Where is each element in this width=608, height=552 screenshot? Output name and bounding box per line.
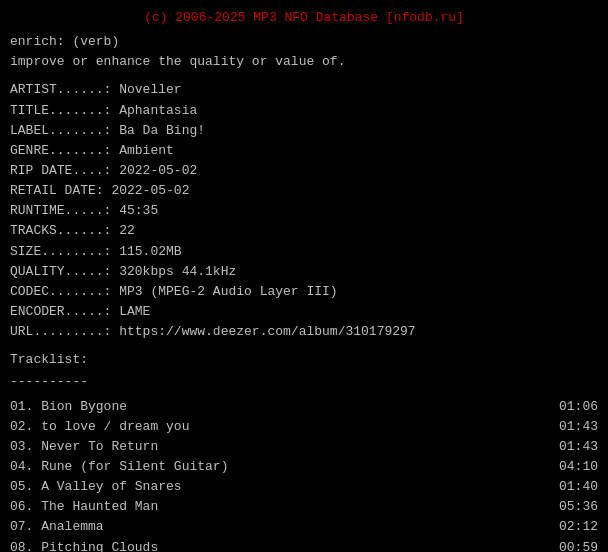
track-duration: 02:12	[558, 517, 598, 537]
header-line: (c) 2006-2025 MP3 NFO Database [nfodb.ru…	[10, 8, 598, 28]
meta-genre: GENRE.......: Ambient	[10, 141, 598, 161]
track-duration: 01:06	[558, 397, 598, 417]
meta-rip-date: RIP DATE....: 2022-05-02	[10, 161, 598, 181]
track-duration: 01:40	[558, 477, 598, 497]
track-duration: 00:59	[558, 538, 598, 552]
tracklist-divider: ----------	[10, 372, 598, 392]
meta-url: URL.........: https://www.deezer.com/alb…	[10, 322, 598, 342]
track-title: 03. Never To Return	[10, 437, 558, 457]
track-duration: 01:43	[558, 417, 598, 437]
track-duration: 01:43	[558, 437, 598, 457]
meta-artist: ARTIST......: Noveller	[10, 80, 598, 100]
tracklist: 01. Bion Bygone01:0602. to love / dream …	[10, 397, 598, 552]
track-duration: 04:10	[558, 457, 598, 477]
meta-size: SIZE........: 115.02MB	[10, 242, 598, 262]
track-title: 02. to love / dream you	[10, 417, 558, 437]
meta-runtime: RUNTIME.....: 45:35	[10, 201, 598, 221]
track-title: 06. The Haunted Man	[10, 497, 558, 517]
enrich-block: enrich: (verb) improve or enhance the qu…	[10, 32, 598, 72]
meta-codec: CODEC.......: MP3 (MPEG-2 Audio Layer II…	[10, 282, 598, 302]
tracklist-header: Tracklist:	[10, 350, 598, 370]
enrich-label: enrich: (verb)	[10, 32, 598, 52]
metadata-block: ARTIST......: Noveller TITLE.......: Aph…	[10, 80, 598, 342]
track-title: 05. A Valley of Snares	[10, 477, 558, 497]
track-row: 07. Analemma02:12	[10, 517, 598, 537]
track-title: 01. Bion Bygone	[10, 397, 558, 417]
track-row: 05. A Valley of Snares01:40	[10, 477, 598, 497]
meta-title: TITLE.......: Aphantasia	[10, 101, 598, 121]
track-title: 04. Rune (for Silent Guitar)	[10, 457, 558, 477]
track-row: 06. The Haunted Man05:36	[10, 497, 598, 517]
meta-retail-date: RETAIL DATE: 2022-05-02	[10, 181, 598, 201]
meta-quality: QUALITY.....: 320kbps 44.1kHz	[10, 262, 598, 282]
enrich-definition: improve or enhance the quality or value …	[10, 52, 598, 72]
track-row: 03. Never To Return01:43	[10, 437, 598, 457]
meta-tracks: TRACKS......: 22	[10, 221, 598, 241]
track-row: 04. Rune (for Silent Guitar)04:10	[10, 457, 598, 477]
track-row: 01. Bion Bygone01:06	[10, 397, 598, 417]
track-duration: 05:36	[558, 497, 598, 517]
track-row: 02. to love / dream you01:43	[10, 417, 598, 437]
track-title: 07. Analemma	[10, 517, 558, 537]
meta-encoder: ENCODER.....: LAME	[10, 302, 598, 322]
track-title: 08. Pitching Clouds	[10, 538, 558, 552]
track-row: 08. Pitching Clouds00:59	[10, 538, 598, 552]
meta-label: LABEL.......: Ba Da Bing!	[10, 121, 598, 141]
